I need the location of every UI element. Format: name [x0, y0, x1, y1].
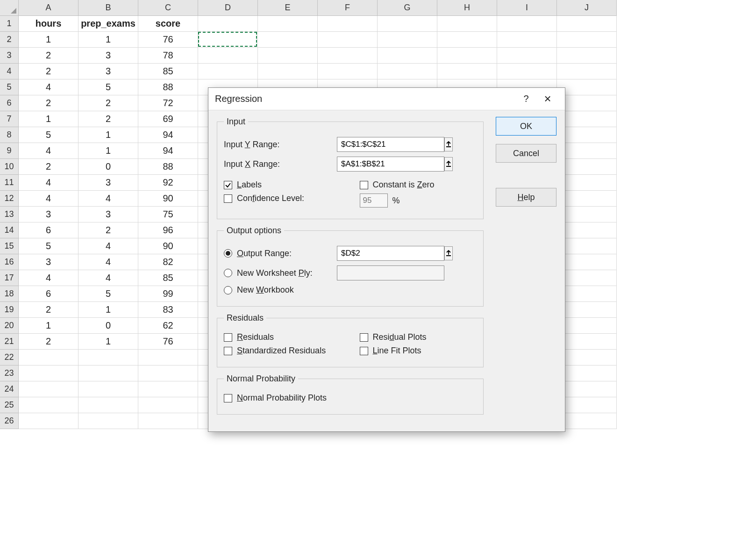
- cell[interactable]: 94: [138, 127, 198, 143]
- residual-plots-checkbox[interactable]: Residual Plots: [360, 332, 477, 342]
- row-header[interactable]: 13: [0, 207, 19, 222]
- cell[interactable]: [198, 32, 258, 48]
- cell[interactable]: [557, 16, 617, 32]
- cell[interactable]: 1: [78, 143, 138, 159]
- cell[interactable]: 90: [138, 191, 198, 207]
- cell[interactable]: [318, 32, 378, 48]
- cell[interactable]: 3: [78, 175, 138, 191]
- normal-probability-checkbox[interactable]: Normal Probability Plots: [224, 393, 477, 403]
- row-header[interactable]: 2: [0, 32, 19, 48]
- cell[interactable]: [258, 32, 318, 48]
- cell[interactable]: [557, 350, 617, 366]
- cell[interactable]: 0: [78, 318, 138, 334]
- cell[interactable]: [557, 64, 617, 79]
- row-header[interactable]: 22: [0, 350, 19, 366]
- row-header[interactable]: 26: [0, 413, 19, 429]
- cell[interactable]: 88: [138, 159, 198, 175]
- cell[interactable]: [557, 318, 617, 334]
- cell[interactable]: 5: [78, 79, 138, 95]
- cell[interactable]: 69: [138, 111, 198, 127]
- confidence-checkbox[interactable]: Confidence Level:: [224, 194, 341, 203]
- cell[interactable]: prep_exams: [78, 16, 138, 32]
- cell[interactable]: [19, 366, 78, 381]
- cell[interactable]: 2: [19, 48, 78, 64]
- cell[interactable]: [19, 413, 78, 429]
- cell[interactable]: 5: [78, 286, 138, 302]
- row-header[interactable]: 5: [0, 79, 19, 95]
- cell[interactable]: [138, 413, 198, 429]
- cell[interactable]: 1: [19, 318, 78, 334]
- cell[interactable]: 92: [138, 175, 198, 191]
- cell[interactable]: 75: [138, 207, 198, 222]
- cell[interactable]: [258, 64, 318, 79]
- input-y-range[interactable]: [337, 137, 444, 152]
- row-header[interactable]: 25: [0, 397, 19, 413]
- cell[interactable]: [497, 48, 557, 64]
- cell[interactable]: [198, 64, 258, 79]
- row-header[interactable]: 23: [0, 366, 19, 381]
- output-range-box[interactable]: [337, 246, 444, 261]
- dialog-close-button[interactable]: ×: [537, 88, 558, 110]
- row-header[interactable]: 17: [0, 270, 19, 286]
- cell[interactable]: [78, 366, 138, 381]
- cell[interactable]: 2: [19, 159, 78, 175]
- row-header[interactable]: 4: [0, 64, 19, 79]
- cell[interactable]: [557, 95, 617, 111]
- row-header[interactable]: 9: [0, 143, 19, 159]
- cell[interactable]: hours: [19, 16, 78, 32]
- cell[interactable]: [557, 366, 617, 381]
- cell[interactable]: [557, 238, 617, 254]
- cell[interactable]: 82: [138, 254, 198, 270]
- cell[interactable]: [437, 16, 497, 32]
- cell[interactable]: [19, 350, 78, 366]
- cell[interactable]: [557, 191, 617, 207]
- cell[interactable]: [497, 64, 557, 79]
- cell[interactable]: 1: [78, 334, 138, 350]
- cell[interactable]: [138, 366, 198, 381]
- cell[interactable]: [557, 286, 617, 302]
- cell[interactable]: [497, 32, 557, 48]
- cell[interactable]: 4: [19, 175, 78, 191]
- output-range-radio[interactable]: Output Range:: [224, 249, 292, 258]
- cell[interactable]: [557, 207, 617, 222]
- cell[interactable]: 4: [78, 254, 138, 270]
- cell[interactable]: [557, 48, 617, 64]
- cell[interactable]: 1: [19, 111, 78, 127]
- row-header[interactable]: 14: [0, 222, 19, 238]
- cell[interactable]: [78, 350, 138, 366]
- row-header[interactable]: 6: [0, 95, 19, 111]
- cell[interactable]: [78, 397, 138, 413]
- row-header[interactable]: 15: [0, 238, 19, 254]
- cell[interactable]: [378, 32, 437, 48]
- cell[interactable]: 3: [78, 207, 138, 222]
- cell[interactable]: [557, 413, 617, 429]
- cell[interactable]: 83: [138, 302, 198, 318]
- row-header[interactable]: 11: [0, 175, 19, 191]
- cell[interactable]: 4: [19, 79, 78, 95]
- cell[interactable]: 85: [138, 270, 198, 286]
- cell[interactable]: 4: [19, 143, 78, 159]
- cell[interactable]: 76: [138, 32, 198, 48]
- column-header[interactable]: E: [258, 0, 318, 16]
- cell[interactable]: [19, 381, 78, 397]
- cell[interactable]: 1: [78, 302, 138, 318]
- new-worksheet-input[interactable]: [337, 265, 444, 280]
- cell[interactable]: [437, 48, 497, 64]
- row-header[interactable]: 10: [0, 159, 19, 175]
- cell[interactable]: 2: [78, 95, 138, 111]
- cell[interactable]: [258, 16, 318, 32]
- column-header[interactable]: A: [19, 0, 78, 16]
- input-x-range[interactable]: [337, 157, 444, 172]
- ok-button[interactable]: OK: [496, 117, 556, 136]
- cell[interactable]: [78, 413, 138, 429]
- cell[interactable]: 1: [78, 127, 138, 143]
- column-header[interactable]: D: [198, 0, 258, 16]
- cell[interactable]: 4: [19, 270, 78, 286]
- new-worksheet-radio[interactable]: New Worksheet Ply:: [224, 268, 313, 278]
- cell[interactable]: [378, 16, 437, 32]
- cell[interactable]: 78: [138, 48, 198, 64]
- cell[interactable]: [557, 143, 617, 159]
- row-header[interactable]: 7: [0, 111, 19, 127]
- cell[interactable]: 2: [78, 222, 138, 238]
- cell[interactable]: 2: [78, 111, 138, 127]
